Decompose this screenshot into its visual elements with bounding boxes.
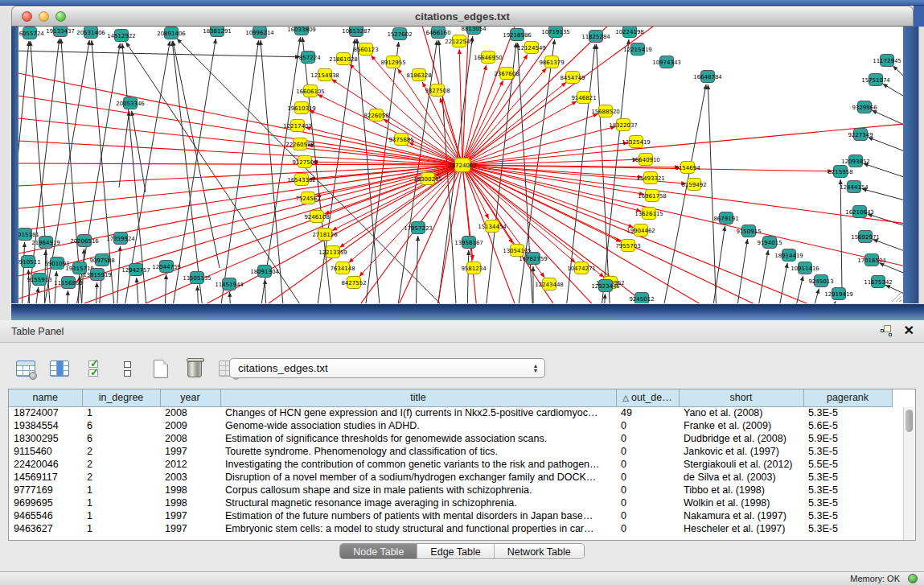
column-header-title[interactable]: title [220, 389, 616, 406]
graph-node[interactable]: 20206516 [70, 235, 99, 247]
graph-node[interactable]: 16648784 [693, 71, 722, 83]
table-row[interactable]: 1938455462009Genome-wide association stu… [9, 419, 892, 432]
graph-node[interactable]: 22122549 [445, 35, 474, 47]
graph-node[interactable]: 16640910 [631, 154, 660, 166]
graph-node[interactable]: 15751074 [861, 74, 890, 86]
graph-node[interactable]: 17359924 [106, 233, 135, 245]
graph-node[interactable]: 7634148 [330, 262, 355, 274]
graph-node[interactable]: 12942757 [121, 264, 150, 276]
graph-node[interactable]: 18914419 [774, 249, 803, 262]
graph-node[interactable]: 8813054 [461, 27, 487, 35]
graph-node[interactable]: 10996214 [245, 27, 274, 39]
graph-node[interactable]: 12124549 [517, 42, 546, 54]
graph-node[interactable]: 12213359 [318, 246, 347, 258]
graph-node[interactable]: 2367608 [494, 68, 519, 80]
graph-node[interactable]: 18322037 [609, 119, 638, 131]
table-row[interactable]: 1830029562008Estimation of significance … [9, 432, 892, 445]
graph-node[interactable]: 21861028 [329, 53, 358, 65]
table-row[interactable]: 1456911722003Disruption of a novel membe… [9, 471, 892, 484]
graph-node[interactable]: 12243448 [535, 278, 564, 290]
graph-node[interactable]: 12444154 [840, 181, 869, 193]
graph-node[interactable]: 16055724 [18, 27, 44, 39]
table-row[interactable]: 946362711997Embryonic stem cells: a mode… [9, 522, 892, 535]
table-row[interactable]: 2242004622012Investigating the contribut… [9, 458, 892, 471]
graph-node[interactable]: 10719135 [541, 27, 570, 38]
table-mode-button[interactable] [14, 357, 37, 380]
table-scrollbar[interactable] [903, 407, 914, 541]
graph-node[interactable]: 9861379 [539, 56, 564, 68]
graph-node[interactable]: 9194015 [757, 237, 782, 249]
graph-node[interactable]: 8427552 [341, 277, 366, 289]
tab-node-table[interactable]: Node Table [340, 544, 417, 559]
float-panel-icon[interactable] [881, 325, 893, 336]
graph-node[interactable]: 9227349 [848, 129, 873, 141]
graph-node[interactable]: 10974343 [652, 56, 681, 68]
memory-status-indicator[interactable] [908, 574, 918, 583]
graph-node[interactable]: 10911416 [791, 262, 819, 274]
graph-node[interactable]: 16033809 [287, 27, 316, 35]
column-header-name[interactable]: name [9, 389, 82, 406]
graph-node[interactable]: 8159492 [681, 179, 706, 191]
table-selector-dropdown[interactable]: citations_edges.txt ▲▼ [229, 358, 545, 378]
column-header-outde[interactable]: △out_de… [616, 389, 679, 406]
network-view-canvas[interactable]: 1605572419133437205314061451292220891406… [18, 27, 903, 303]
graph-node[interactable]: 8186328 [406, 69, 431, 81]
graph-node[interactable]: 8679191 [713, 212, 738, 225]
table-row[interactable]: 911546021997Tourette syndrome. Phenomeno… [9, 445, 892, 458]
graph-node[interactable]: 22260588 [285, 138, 314, 150]
column-header-short[interactable]: short [679, 389, 803, 406]
graph-node[interactable]: 11451944 [215, 278, 244, 290]
graph-node[interactable]: 1527602 [387, 28, 412, 40]
graph-node[interactable]: 20891406 [157, 27, 186, 39]
graph-node[interactable]: 19218586 [503, 29, 532, 41]
column-header-year[interactable]: year [160, 389, 220, 406]
graph-node[interactable]: 19133437 [46, 27, 75, 37]
graph-node[interactable]: 15134454 [478, 220, 507, 233]
graph-node[interactable]: 9127508 [292, 156, 317, 168]
table-row[interactable]: 1872400712008Changes of HCN gene express… [9, 406, 892, 419]
graph-node[interactable]: 10653287 [342, 27, 371, 37]
graph-node[interactable]: 9245013 [808, 275, 833, 287]
graph-node[interactable]: 13325419 [622, 136, 651, 148]
graph-node[interactable]: 12044759 [152, 261, 181, 273]
graph-node[interactable]: 9246108 [304, 211, 329, 223]
create-column-button[interactable] [150, 357, 172, 380]
graph-node[interactable]: 12154938 [310, 69, 339, 81]
table-row[interactable]: 969969511998Structural magnetic resonanc… [9, 496, 892, 509]
graph-node[interactable]: 8912955 [380, 56, 405, 68]
graph-node[interactable]: 7857224 [295, 51, 321, 64]
graph-node[interactable]: 16543382 [287, 174, 316, 186]
graph-node[interactable]: 9154694 [675, 162, 700, 174]
network-window-titlebar[interactable]: citations_edges.txt [11, 6, 914, 27]
graph-node[interactable]: 11825284 [581, 31, 610, 43]
close-panel-icon[interactable]: ✕ [904, 325, 914, 336]
graph-node[interactable]: 8910511 [18, 256, 41, 268]
graph-node[interactable]: 16646950 [474, 51, 503, 64]
graph-node[interactable]: 15493321 [636, 172, 665, 184]
tab-network-table[interactable]: Network Table [495, 544, 584, 559]
graph-node[interactable]: 9150915 [736, 225, 761, 237]
delete-columns-button[interactable] [183, 357, 206, 380]
table-row[interactable]: 977716911998Corpus callosum shape and si… [9, 484, 892, 496]
row-height-button[interactable] [116, 357, 138, 380]
table-row[interactable]: 946554611997Estimation of the future num… [9, 509, 892, 522]
show-columns-button[interactable] [48, 357, 71, 380]
graph-node[interactable]: 13958167 [454, 237, 483, 249]
scrollbar-thumb[interactable] [906, 410, 913, 432]
graph-node[interactable]: 20531406 [76, 27, 105, 39]
graph-node[interactable]: 11172945 [873, 55, 901, 67]
canvas-resize-grip[interactable] [892, 292, 901, 302]
graph-node[interactable]: 12919419 [824, 288, 853, 300]
graph-node[interactable]: 14512922 [107, 30, 136, 42]
column-header-indegree[interactable]: in_degree [82, 389, 160, 406]
graph-node[interactable]: 6466160 [425, 27, 450, 39]
column-header-pagerank[interactable]: pagerank [803, 389, 892, 406]
graph-node[interactable]: 8454749 [560, 72, 585, 84]
tab-edge-table[interactable]: Edge Table [417, 544, 494, 559]
graph-node[interactable]: 9581234 [461, 262, 487, 274]
graph-node[interactable]: 13505135 [183, 272, 211, 284]
graph-node[interactable]: 8226058 [363, 109, 388, 122]
select-all-button[interactable] [82, 357, 105, 380]
graph-node[interactable]: 12217403 [283, 120, 312, 132]
graph-node[interactable]: 13626115 [634, 208, 663, 220]
